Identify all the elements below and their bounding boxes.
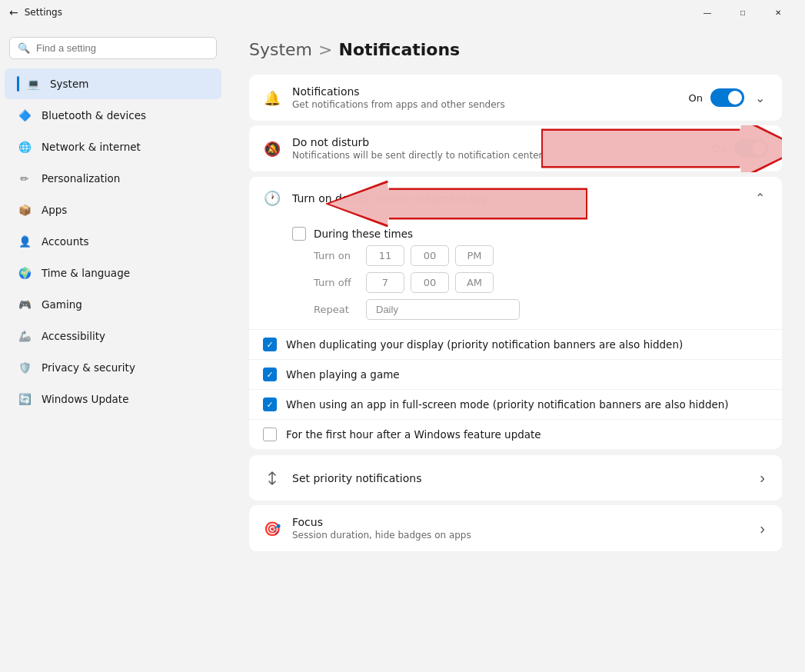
focus-text: Focus Session duration, hide badges on a… (292, 516, 746, 541)
sidebar-item-personalization[interactable]: ✏️ Personalization (5, 163, 221, 194)
sidebar-label-gaming: Gaming (42, 298, 82, 311)
dnd-toggle[interactable] (734, 139, 768, 158)
sidebar-label-update: Windows Update (42, 393, 128, 405)
turn-off-label: Turn off (314, 277, 360, 288)
notifications-row: 🔔 Notifications Get notifications from a… (249, 75, 782, 121)
notification-bell-icon: 🔔 (263, 88, 281, 107)
accessibility-icon: 🦾 (17, 328, 32, 344)
search-box[interactable]: 🔍 (9, 37, 217, 59)
search-icon: 🔍 (18, 42, 30, 54)
condition-label-2: When using an app in full-screen mode (p… (286, 398, 729, 411)
focus-row[interactable]: 🎯 Focus Session duration, hide badges on… (249, 505, 782, 551)
network-icon: 🌐 (17, 139, 32, 155)
priority-card: Set priority notifications › (249, 455, 782, 501)
turn-off-hour[interactable]: 7 (366, 272, 404, 293)
sidebar-label-personalization: Personalization (42, 172, 120, 185)
during-times-checkbox[interactable] (292, 227, 306, 241)
during-times-section: During these times Turn on 11 00 PM Turn… (249, 219, 782, 329)
maximize-button[interactable]: □ (725, 0, 760, 25)
breadcrumb-current: Notifications (338, 40, 460, 59)
sidebar-item-gaming[interactable]: 🎮 Gaming (5, 289, 221, 320)
search-input[interactable] (36, 42, 208, 54)
titlebar-left: ← Settings (9, 6, 62, 18)
condition-label-1: When playing a game (286, 368, 400, 381)
dnd-text: Do not disturb Notifications will be sen… (292, 136, 702, 161)
condition-checkbox-2[interactable] (263, 398, 277, 411)
sidebar-label-accessibility: Accessibility (42, 330, 105, 342)
gaming-icon: 🎮 (17, 297, 32, 312)
sidebar-item-network[interactable]: 🌐 Network & internet (5, 131, 221, 162)
bluetooth-icon: 🔷 (17, 108, 32, 123)
condition-label-0: When duplicating your display (priority … (286, 338, 683, 351)
condition-checkbox-3[interactable] (263, 427, 277, 441)
close-button[interactable]: ✕ (760, 0, 796, 25)
condition-row-1: When playing a game (249, 359, 782, 389)
notifications-expand-button[interactable]: ⌄ (752, 88, 768, 108)
sidebar-item-privacy[interactable]: 🛡️ Privacy & security (5, 352, 221, 383)
app-title: Settings (25, 7, 62, 18)
focus-icon: 🎯 (263, 519, 281, 537)
turn-off-ampm[interactable]: AM (455, 272, 494, 293)
priority-icon (263, 469, 281, 487)
repeat-label: Repeat (314, 304, 360, 315)
notifications-title: Notifications (292, 85, 678, 98)
turn-off-minute[interactable]: 00 (411, 272, 449, 293)
sidebar-item-system[interactable]: 💻 System (5, 68, 221, 99)
titlebar-controls: — □ ✕ (690, 0, 796, 25)
privacy-icon: 🛡️ (17, 360, 32, 375)
sidebar-item-time[interactable]: 🌍 Time & language (5, 258, 221, 288)
apps-icon: 📦 (17, 202, 32, 218)
focus-chevron[interactable]: › (757, 517, 768, 541)
repeat-select[interactable]: Daily Weekdays Weekends (366, 299, 520, 320)
auto-dnd-header[interactable]: 🕐 Turn on do not disturb automatically ⌃ (249, 177, 782, 219)
sidebar-label-accounts: Accounts (42, 235, 89, 248)
repeat-select-wrapper: Daily Weekdays Weekends (366, 299, 520, 320)
focus-desc: Session duration, hide badges on apps (292, 530, 746, 541)
priority-text: Set priority notifications (292, 472, 746, 484)
condition-row-3: For the first hour after a Windows featu… (249, 419, 782, 449)
breadcrumb-separator: > (318, 40, 332, 59)
sidebar-item-accessibility[interactable]: 🦾 Accessibility (5, 321, 221, 351)
notifications-text: Notifications Get notifications from app… (292, 85, 678, 110)
focus-title: Focus (292, 516, 746, 528)
back-button[interactable]: ← (9, 6, 18, 18)
update-icon: 🔄 (17, 391, 32, 407)
sidebar-label-system: System (50, 78, 88, 90)
dnd-on-label: On (713, 143, 727, 155)
turn-on-ampm[interactable]: PM (455, 245, 494, 266)
auto-dnd-text: Turn on do not disturb automatically (292, 192, 741, 205)
condition-row-0: When duplicating your display (priority … (249, 329, 782, 359)
auto-dnd-collapse-button[interactable]: ⌃ (752, 188, 768, 208)
turn-on-hour[interactable]: 11 (366, 245, 404, 266)
sidebar: 🔍 💻 System 🔷 Bluetooth & devices 🌐 Netwo… (0, 25, 226, 672)
sidebar-item-accounts[interactable]: 👤 Accounts (5, 226, 221, 257)
breadcrumb-parent: System (249, 40, 312, 59)
sidebar-label-network: Network & internet (42, 141, 141, 153)
turn-on-row: Turn on 11 00 PM (292, 245, 768, 266)
sidebar-item-update[interactable]: 🔄 Windows Update (5, 384, 221, 414)
priority-chevron[interactable]: › (757, 466, 768, 490)
dnd-control: On (713, 139, 768, 158)
condition-row-2: When using an app in full-screen mode (p… (249, 389, 782, 419)
sidebar-item-apps[interactable]: 📦 Apps (5, 195, 221, 225)
priority-title: Set priority notifications (292, 472, 746, 484)
sidebar-item-bluetooth[interactable]: 🔷 Bluetooth & devices (5, 100, 221, 131)
personalization-icon: ✏️ (17, 171, 32, 186)
condition-checkbox-0[interactable] (263, 338, 277, 351)
priority-row[interactable]: Set priority notifications › (249, 455, 782, 501)
notifications-desc: Get notifications from apps and other se… (292, 99, 678, 110)
notifications-toggle[interactable] (710, 88, 744, 107)
auto-dnd-icon: 🕐 (263, 189, 281, 208)
dnd-desc: Notifications will be sent directly to n… (292, 150, 702, 161)
sidebar-label-time: Time & language (42, 267, 130, 279)
notifications-card: 🔔 Notifications Get notifications from a… (249, 75, 782, 121)
condition-checkbox-1[interactable] (263, 368, 277, 381)
turn-on-label: Turn on (314, 250, 360, 261)
do-not-disturb-icon: 🔕 (263, 139, 281, 158)
turn-on-minute[interactable]: 00 (411, 245, 449, 266)
notifications-on-label: On (689, 92, 703, 104)
system-icon: 💻 (25, 76, 41, 91)
turn-off-row: Turn off 7 00 AM (292, 272, 768, 293)
minimize-button[interactable]: — (690, 0, 725, 25)
sidebar-label-privacy: Privacy & security (42, 361, 135, 374)
